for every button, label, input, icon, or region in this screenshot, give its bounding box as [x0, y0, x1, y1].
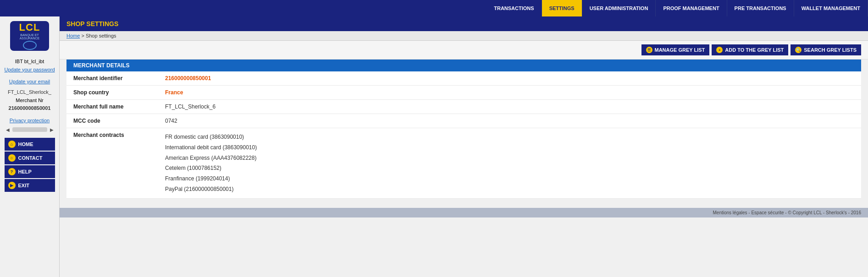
merchant-name: FT_LCL_Sherlock_ — [8, 89, 51, 95]
logo-sub: BANQUE ET ASSURANCE — [10, 33, 49, 40]
sidebar-exit-button[interactable]: ▶ EXIT — [5, 179, 55, 192]
scroll-track[interactable] — [12, 127, 47, 132]
search-grey-lists-button[interactable]: 🔍 SEARCH GREY LISTS — [791, 44, 861, 55]
search-grey-icon: 🔍 — [795, 47, 802, 53]
help-icon: ? — [8, 168, 16, 175]
contract-item: FR domestic card (3863090010) — [165, 132, 854, 142]
field-label-contracts: Merchant contracts — [66, 128, 158, 199]
sidebar-help-button[interactable]: ? HELP — [5, 165, 55, 178]
contracts-list: FR domestic card (3863090010) Internatio… — [165, 132, 854, 195]
breadcrumb-separator: > Shop settings — [80, 33, 116, 38]
top-navigation: TRANSACTIONS SETTINGS USER ADMINISTRATIO… — [0, 0, 868, 16]
footer: Mentions légales - Espace sécurite - © C… — [60, 208, 868, 217]
field-value-identifier: 216000000850001 — [158, 71, 861, 86]
field-value-contracts: FR domestic card (3863090010) Internatio… — [158, 128, 861, 199]
merchant-nr-label: Merchant Nr — [16, 98, 44, 103]
manage-grey-list-button[interactable]: ☰ MANAGE GREY LIST — [641, 44, 710, 55]
contract-item: Franfinance (1999204014) — [165, 174, 854, 184]
field-label-country: Shop country — [66, 86, 158, 100]
contract-item: PayPal (216000000850001) — [165, 184, 854, 195]
shop-country-value: France — [165, 89, 183, 96]
merchant-info: FT_LCL_Sherlock_ Merchant Nr 21600000085… — [8, 88, 51, 113]
table-row: Merchant contracts FR domestic card (386… — [66, 128, 861, 199]
search-grey-label: SEARCH GREY LISTS — [804, 47, 857, 53]
merchant-nr-value: 216000000850001 — [9, 105, 51, 111]
page-header: SHOP SETTINGS — [60, 16, 868, 31]
add-grey-icon: + — [716, 47, 723, 53]
user-id-label: IBT bt_lcl_ibt — [15, 59, 44, 64]
privacy-link[interactable]: Privacy protection — [10, 118, 50, 123]
grey-list-area: ☰ MANAGE GREY LIST + ADD TO THE GREY LIS… — [60, 41, 868, 60]
merchant-details-table: Merchant identifier 216000000850001 Shop… — [66, 71, 861, 199]
sidebar-help-label: HELP — [18, 169, 32, 174]
field-label-identifier: Merchant identifier — [66, 71, 158, 86]
sidebar-contact-label: CONTACT — [18, 155, 43, 161]
user-info: IBT bt_lcl_ibt Update your password — [4, 58, 55, 74]
contract-item: International debit card (3863090010) — [165, 142, 854, 153]
main-layout: LCL BANQUE ET ASSURANCE IBT bt_lcl_ibt U… — [0, 16, 868, 277]
sidebar: LCL BANQUE ET ASSURANCE IBT bt_lcl_ibt U… — [0, 16, 60, 277]
home-icon: ⌂ — [8, 141, 16, 148]
breadcrumb-home-link[interactable]: Home — [66, 33, 80, 38]
logo-circle — [23, 41, 37, 50]
nav-item-settings[interactable]: SETTINGS — [542, 0, 582, 16]
merchant-section-title: MERCHANT DETAILS — [73, 62, 129, 69]
field-value-country: France — [158, 86, 861, 100]
field-label-fullname: Merchant full name — [66, 100, 158, 114]
sidebar-nav: ⌂ HOME ○ CONTACT ? HELP ▶ EXIT — [0, 137, 59, 193]
logo-text: LCL — [10, 22, 49, 33]
field-label-mcc: MCC code — [66, 114, 158, 128]
contract-item: Cetelem (1000786152) — [165, 163, 854, 174]
table-row: Shop country France — [66, 86, 861, 100]
sidebar-home-button[interactable]: ⌂ HOME — [5, 138, 55, 151]
sidebar-home-label: HOME — [18, 141, 33, 147]
merchant-details-header: MERCHANT DETAILS — [66, 60, 861, 71]
contact-icon: ○ — [8, 154, 16, 162]
exit-icon: ▶ — [8, 182, 16, 189]
content-area: SHOP SETTINGS Home > Shop settings ☰ MAN… — [60, 16, 868, 277]
table-row: Merchant full name FT_LCL_Sherlock_6 — [66, 100, 861, 114]
nav-item-proof-mgmt[interactable]: PROOF MANAGEMENT — [656, 0, 727, 16]
sidebar-contact-button[interactable]: ○ CONTACT — [5, 152, 55, 164]
nav-item-wallet-mgmt[interactable]: WALLET MANAGEMENT — [794, 0, 868, 16]
nav-item-transactions[interactable]: TRANSACTIONS — [487, 0, 542, 16]
contract-item: American Express (AAA4376082228) — [165, 153, 854, 163]
field-value-mcc: 0742 — [158, 114, 861, 128]
field-value-fullname: FT_LCL_Sherlock_6 — [158, 100, 861, 114]
manage-grey-icon: ☰ — [646, 47, 652, 53]
add-grey-label: ADD TO THE GREY LIST — [725, 47, 784, 53]
table-row: Merchant identifier 216000000850001 — [66, 71, 861, 86]
merchant-identifier-value: 216000000850001 — [165, 75, 211, 81]
update-email-link[interactable]: Update your email — [9, 79, 50, 84]
nav-item-user-admin[interactable]: USER ADMINISTRATION — [582, 0, 656, 16]
update-password-link[interactable]: Update your password — [4, 67, 55, 72]
nav-item-pre-transactions[interactable]: PRE TRANSACTIONS — [727, 0, 794, 16]
manage-grey-label: MANAGE GREY LIST — [655, 47, 705, 53]
footer-text: Mentions légales - Espace sécurite - © C… — [713, 210, 862, 215]
logo: LCL BANQUE ET ASSURANCE — [10, 21, 49, 51]
page-title: SHOP SETTINGS — [66, 20, 118, 27]
sidebar-exit-label: EXIT — [18, 183, 29, 188]
table-row: MCC code 0742 — [66, 114, 861, 128]
add-to-grey-list-button[interactable]: + ADD TO THE GREY LIST — [712, 44, 788, 55]
scroll-container: ◀ ▶ — [5, 127, 55, 132]
scroll-right-icon[interactable]: ▶ — [49, 127, 55, 132]
scroll-left-icon[interactable]: ◀ — [5, 127, 11, 132]
breadcrumb: Home > Shop settings — [60, 31, 868, 41]
